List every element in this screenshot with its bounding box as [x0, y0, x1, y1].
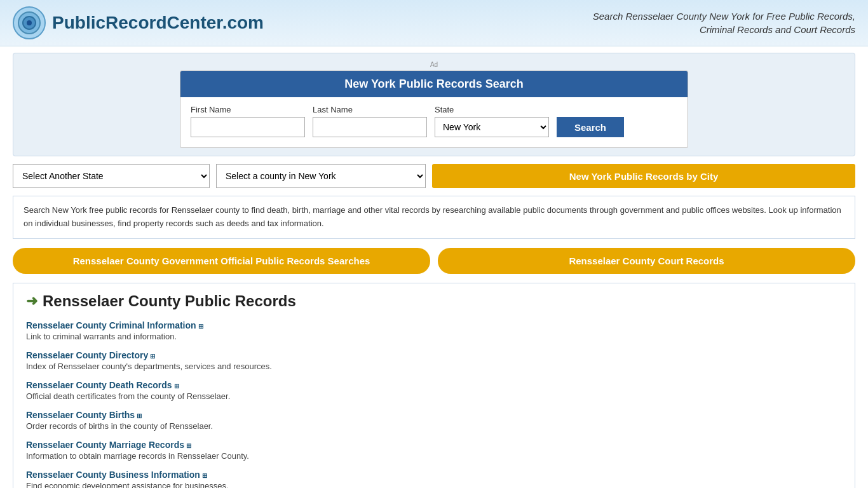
search-form-box: New York Public Records Search First Nam… — [180, 71, 688, 148]
external-link-icon: ⊞ — [202, 472, 207, 479]
first-name-group: First Name — [191, 105, 305, 137]
last-name-label: Last Name — [313, 105, 427, 114]
site-header: PublicRecordCenter.com Search Rensselaer… — [0, 0, 868, 46]
county-heading-text: Rensselaer County Public Records — [43, 292, 296, 310]
external-link-icon: ⊞ — [198, 323, 203, 330]
ad-section: Ad New York Public Records Search First … — [13, 53, 855, 156]
action-buttons-row: Rensselaer County Government Official Pu… — [13, 248, 855, 274]
record-description: Index of Rensselaer county's departments… — [26, 362, 842, 371]
logo-area: PublicRecordCenter.com — [13, 6, 264, 39]
external-link-icon: ⊞ — [137, 412, 142, 419]
external-link-icon: ⊞ — [174, 383, 179, 390]
last-name-group: Last Name — [313, 105, 427, 137]
court-records-button[interactable]: Rensselaer County Court Records — [438, 248, 855, 274]
record-description: Link to criminal warrants and informatio… — [26, 332, 842, 341]
header-tagline: Search Rensselaer County New York for Fr… — [588, 10, 855, 36]
records-list: Rensselaer County Criminal Information⊞L… — [26, 320, 842, 488]
state-label: State — [435, 105, 549, 114]
form-fields: First Name Last Name State New York Sear… — [180, 97, 688, 147]
record-description: Order records of births in the county of… — [26, 421, 842, 431]
record-link[interactable]: Rensselaer County Business Information⊞ — [26, 470, 207, 480]
county-heading: ➜ Rensselaer County Public Records — [26, 292, 842, 310]
main-content: ➜ Rensselaer County Public Records Renss… — [13, 283, 855, 488]
site-title: PublicRecordCenter.com — [52, 13, 264, 33]
record-description: Official death certificates from the cou… — [26, 391, 842, 401]
record-description: Information to obtain marriage records i… — [26, 451, 842, 461]
last-name-input[interactable] — [313, 117, 427, 137]
list-item: Rensselaer County Births⊞Order records o… — [26, 410, 842, 431]
list-item: Rensselaer County Directory⊞Index of Ren… — [26, 350, 842, 371]
arrow-icon: ➜ — [26, 293, 37, 309]
record-description: Find economic development assistance for… — [26, 481, 842, 488]
dropdowns-row: Select Another State Alabama Alaska Ariz… — [13, 164, 855, 188]
record-link[interactable]: Rensselaer County Marriage Records⊞ — [26, 440, 191, 450]
list-item: Rensselaer County Criminal Information⊞L… — [26, 320, 842, 341]
external-link-icon: ⊞ — [150, 353, 155, 360]
record-link[interactable]: Rensselaer County Death Records⊞ — [26, 380, 179, 390]
svg-point-3 — [27, 20, 32, 25]
record-link[interactable]: Rensselaer County Criminal Information⊞ — [26, 320, 203, 330]
gov-records-button[interactable]: Rensselaer County Government Official Pu… — [13, 248, 430, 274]
state-dropdown[interactable]: Select Another State Alabama Alaska Ariz… — [13, 164, 210, 188]
first-name-input[interactable] — [191, 117, 305, 137]
city-records-button[interactable]: New York Public Records by City — [432, 164, 855, 188]
state-select-form[interactable]: New York — [435, 117, 549, 137]
first-name-label: First Name — [191, 105, 305, 114]
description-box: Search New York free public records for … — [13, 196, 855, 239]
record-link[interactable]: Rensselaer County Births⊞ — [26, 410, 142, 420]
county-dropdown[interactable]: Select a county in New York Albany Count… — [216, 164, 426, 188]
logo-icon — [13, 6, 46, 39]
ad-label: Ad — [21, 61, 847, 68]
form-title: New York Public Records Search — [180, 71, 688, 97]
search-button[interactable]: Search — [557, 117, 624, 137]
state-group: State New York — [435, 105, 549, 137]
list-item: Rensselaer County Business Information⊞F… — [26, 470, 842, 488]
list-item: Rensselaer County Marriage Records⊞Infor… — [26, 440, 842, 461]
record-link[interactable]: Rensselaer County Directory⊞ — [26, 350, 155, 360]
external-link-icon: ⊞ — [186, 442, 191, 449]
list-item: Rensselaer County Death Records⊞Official… — [26, 380, 842, 401]
